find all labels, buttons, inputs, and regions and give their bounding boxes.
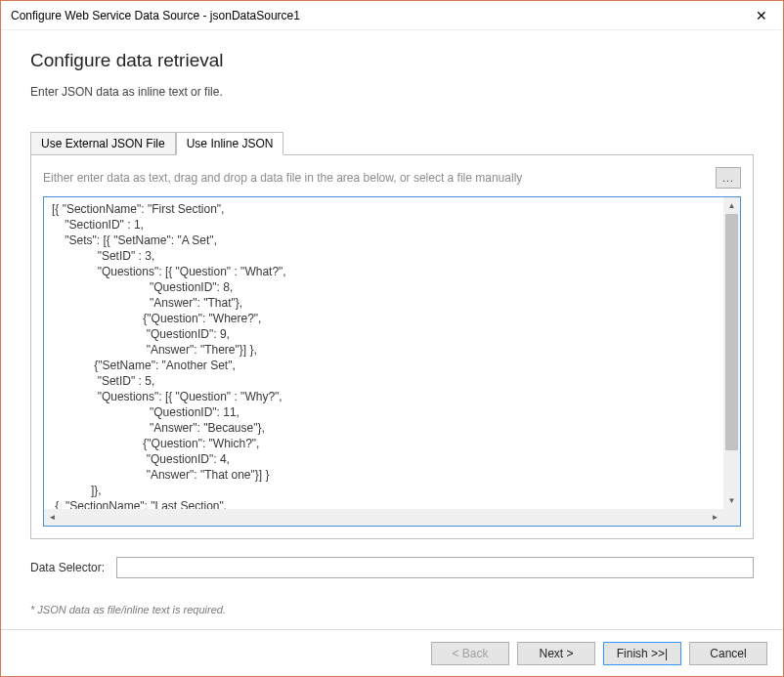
scroll-right-icon[interactable]: ► — [707, 509, 723, 526]
hint-text: Either enter data as text, drag and drop… — [43, 171, 708, 185]
data-selector-row: Data Selector: — [30, 557, 754, 578]
page-subheading: Enter JSON data as inline text or file. — [30, 85, 754, 99]
json-textarea[interactable]: [{ "SectionName": "First Section", "Sect… — [44, 197, 723, 509]
vertical-scrollbar[interactable]: ▲ ▼ — [723, 197, 740, 509]
content-area: Configure data retrieval Enter JSON data… — [1, 30, 783, 629]
hint-row: Either enter data as text, drag and drop… — [43, 167, 741, 189]
vertical-scroll-track[interactable] — [723, 214, 740, 492]
scroll-left-icon[interactable]: ◄ — [44, 509, 61, 526]
tab-panel-inline-json: Either enter data as text, drag and drop… — [30, 154, 754, 539]
cancel-button[interactable]: Cancel — [689, 642, 767, 665]
tab-use-inline-json[interactable]: Use Inline JSON — [176, 132, 284, 155]
data-selector-input[interactable] — [116, 557, 754, 578]
validation-message: * JSON data as file/inline text is requi… — [30, 604, 754, 615]
data-selector-label: Data Selector: — [30, 561, 105, 574]
page-heading: Configure data retrieval — [30, 50, 754, 71]
browse-file-button[interactable]: ... — [716, 167, 741, 189]
back-button[interactable]: < Back — [431, 642, 509, 665]
tab-external-json-file[interactable]: Use External JSON File — [30, 132, 176, 155]
wizard-dialog: Configure Web Service Data Source - json… — [0, 0, 784, 677]
window-title: Configure Web Service Data Source - json… — [11, 9, 739, 22]
horizontal-scroll-track[interactable] — [61, 509, 707, 526]
wizard-footer: < Back Next > Finish >>| Cancel — [1, 629, 783, 676]
json-textarea-container: [{ "SectionName": "First Section", "Sect… — [43, 196, 741, 527]
next-button[interactable]: Next > — [517, 642, 595, 665]
scroll-down-icon[interactable]: ▼ — [723, 492, 740, 509]
close-icon[interactable]: ✕ — [739, 1, 783, 30]
tabs: Use External JSON File Use Inline JSON — [30, 132, 754, 155]
vertical-scroll-thumb[interactable] — [725, 214, 738, 450]
titlebar: Configure Web Service Data Source - json… — [1, 1, 783, 30]
scroll-corner — [723, 509, 740, 526]
horizontal-scrollbar[interactable]: ◄ ► — [44, 509, 723, 526]
finish-button[interactable]: Finish >>| — [603, 642, 681, 665]
scroll-up-icon[interactable]: ▲ — [723, 197, 740, 214]
